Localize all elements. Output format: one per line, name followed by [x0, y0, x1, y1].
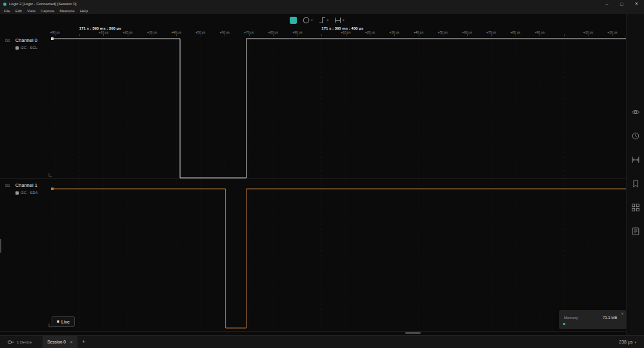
ruler-minor-label: +90 μs	[292, 30, 302, 34]
window-title: Logic 2 [Logic - Connected] [Session 0]	[9, 2, 76, 6]
ruler-minor-label: +10 μs	[583, 30, 593, 34]
maximize-button[interactable]: □	[614, 0, 629, 8]
ruler-tick	[55, 34, 55, 36]
channel-name[interactable]: Channel 1	[15, 182, 38, 188]
eye-icon[interactable]	[631, 108, 640, 117]
device-icon	[7, 339, 15, 345]
extensions-grid-icon[interactable]	[631, 203, 640, 212]
device-label: 1 Device	[17, 340, 32, 344]
ruler-tick	[467, 34, 468, 36]
analyzer-label: I2C - SCL	[21, 46, 37, 50]
ruler-minor-label: +50 μs	[438, 30, 447, 34]
ruler-tick	[491, 34, 492, 36]
right-sidebar	[626, 14, 644, 335]
ruler-minor-label: +20 μs	[365, 30, 375, 34]
vertical-scrollbar-thumb[interactable]	[0, 239, 1, 253]
menu-measure[interactable]: Measure	[57, 8, 77, 14]
ruler-tick	[370, 34, 370, 36]
menu-edit[interactable]: Edit	[13, 8, 25, 14]
ruler-tick	[176, 34, 177, 36]
pulse-width-icon	[334, 17, 341, 24]
menu-capture[interactable]: Capture	[38, 8, 57, 14]
ruler-tick	[103, 34, 104, 36]
memory-legend-dot	[563, 323, 565, 325]
ruler-tick	[225, 34, 225, 36]
clock-icon[interactable]	[631, 131, 640, 140]
trigger-mode-button[interactable]: ▾	[319, 17, 329, 24]
analyzer-color-swatch	[15, 191, 19, 195]
stop-capture-button[interactable]	[290, 17, 297, 24]
window-controls: – □ ✕	[599, 0, 644, 8]
ruler-minor-label: +30 μs	[147, 30, 157, 34]
channel-id: D0	[5, 37, 10, 50]
chevron-down-icon: ▾	[634, 340, 636, 344]
ruler-minor-label: +60 μs	[219, 30, 229, 34]
ruler-tick	[346, 34, 347, 36]
time-ruler[interactable]: +90 μs171 s : 395 ms : 300 μs+10 μs+20 μ…	[0, 26, 626, 36]
analyzer-label: I2C - SDA	[21, 191, 38, 195]
ruler-minor-label: +40 μs	[171, 30, 181, 34]
memory-close-button[interactable]: ✕	[621, 311, 624, 316]
ruler-minor-label: +20 μs	[607, 30, 617, 34]
device-status[interactable]: 1 Device	[7, 339, 32, 345]
tab-close-icon[interactable]: ✕	[70, 340, 73, 344]
channel-divider	[0, 179, 626, 179]
live-button[interactable]: Live	[52, 316, 75, 327]
channel-analyzer[interactable]: I2C - SCL	[15, 46, 37, 50]
ruler-tick	[419, 34, 419, 36]
minimize-button[interactable]: –	[599, 0, 614, 8]
menu-view[interactable]: View	[25, 8, 38, 14]
waveform-canvas[interactable]	[52, 36, 626, 331]
ruler-tick	[297, 34, 298, 36]
menu-help[interactable]: Help	[77, 8, 90, 14]
new-tab-button[interactable]: +	[82, 339, 85, 345]
channel-1-header[interactable]: D1 Channel 1 I2C - SDA	[5, 182, 38, 195]
time-span-control[interactable]: 238 μs ▾	[619, 340, 636, 344]
analyzer-color-swatch	[15, 46, 19, 50]
channel-id: D1	[5, 182, 10, 195]
tab-session-0[interactable]: Session 0 ✕	[43, 336, 77, 348]
measurement-icon[interactable]	[631, 155, 640, 164]
ruler-minor-label: +90 μs	[535, 30, 545, 34]
ruler-tick	[249, 34, 250, 36]
ruler-minor-label: +10 μs	[99, 30, 108, 34]
bookmark-icon[interactable]	[631, 179, 640, 188]
ruler-minor-label: +80 μs	[510, 30, 520, 34]
main-area: ▾ ▾ ▾ +90 μs171 s : 395 ms : 300 μs+10 μ…	[0, 14, 644, 335]
memory-popup: Memory 73.3 MB ✕	[559, 310, 627, 329]
close-button[interactable]: ✕	[629, 0, 644, 8]
chevron-down-icon: ▾	[311, 19, 313, 22]
ruler-minor-label: +30 μs	[389, 30, 399, 34]
ruler-minor-label: +70 μs	[487, 30, 496, 34]
pulse-mode-button[interactable]: ▾	[334, 17, 345, 24]
horizontal-scrollbar-thumb[interactable]	[405, 332, 421, 334]
ruler-tick	[201, 34, 201, 36]
timer-mode-button[interactable]: ▾	[303, 17, 313, 24]
channel-0-header[interactable]: D0 Channel 0 I2C - SCL	[5, 37, 37, 50]
live-dot-icon	[57, 320, 59, 323]
channel-name[interactable]: Channel 0	[15, 37, 37, 43]
channel-analyzer[interactable]: I2C - SDA	[15, 191, 38, 195]
memory-title: Memory	[564, 316, 578, 320]
ruler-tick	[394, 34, 395, 36]
title-bar: Logic 2 [Logic - Connected] [Session 0] …	[0, 0, 644, 8]
ruler-minor-label: +80 μs	[268, 30, 278, 34]
time-span-value: 238 μs	[619, 340, 632, 344]
ruler-minor-label: +40 μs	[414, 30, 423, 34]
tab-label: Session 0	[47, 340, 66, 344]
ruler-tick	[128, 34, 128, 36]
chevron-down-icon: ▾	[327, 19, 329, 22]
ruler-tick	[273, 34, 274, 36]
timer-circle-icon	[303, 17, 310, 24]
ruler-tick	[612, 34, 613, 36]
ruler-minor-label: +60 μs	[462, 30, 472, 34]
ruler-minor-label: +70 μs	[244, 30, 254, 34]
notes-icon[interactable]	[631, 227, 640, 236]
ruler-minor-label: +90 μs	[50, 30, 60, 34]
ruler-tick	[564, 34, 565, 36]
menu-file[interactable]: File	[1, 8, 13, 14]
trigger-edge-icon	[319, 17, 326, 24]
ruler-tick	[152, 34, 152, 36]
memory-value: 73.3 MB	[603, 316, 617, 320]
ruler-tick	[443, 34, 443, 36]
